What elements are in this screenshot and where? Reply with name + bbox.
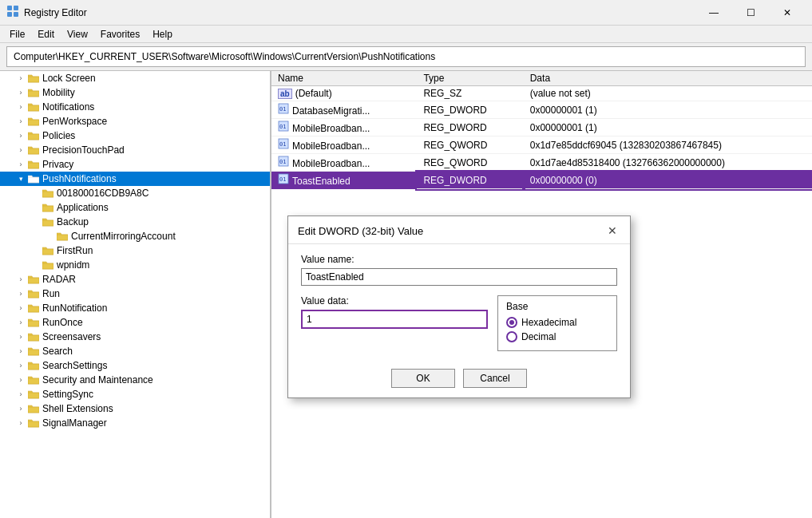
close-button[interactable]: ✕ <box>769 0 806 26</box>
expand-icon: › <box>14 362 27 370</box>
folder-icon <box>27 389 40 400</box>
tree-label: RADAR <box>42 274 76 285</box>
window-controls: — ☐ ✕ <box>695 0 806 26</box>
folder-icon <box>42 188 54 199</box>
tree-item-runnotification[interactable]: › RunNotification <box>0 301 270 315</box>
table-row[interactable]: 01 MobileBroadban... REG_QWORD 0x1d7e85d… <box>271 136 812 154</box>
tree-panel[interactable]: › Lock Screen › Mobility › Notifications… <box>0 71 271 518</box>
expand-icon: › <box>14 132 27 140</box>
value-name-input[interactable] <box>301 268 617 286</box>
folder-icon <box>42 216 54 227</box>
tree-item-signalmanager[interactable]: › SignalManager <box>0 416 270 430</box>
expand-icon: › <box>14 290 27 298</box>
folder-icon <box>27 73 40 84</box>
table-row[interactable]: ab(Default) REG_SZ (value not set) <box>271 86 812 101</box>
menu-favorites[interactable]: Favorites <box>94 26 146 42</box>
svg-rect-8 <box>28 134 39 140</box>
cell-name: 01 DatabaseMigrati... <box>271 101 417 119</box>
value-data-input[interactable] <box>301 310 488 329</box>
registry-table: Name Type Data ab(Default) REG_SZ (value… <box>271 71 812 189</box>
svg-rect-15 <box>57 235 68 240</box>
svg-text:01: 01 <box>279 141 286 148</box>
tree-label: RunOnce <box>42 317 83 328</box>
tree-item-currentmirroringaccount[interactable]: CurrentMirroringAccount <box>0 229 270 243</box>
tree-item-lock-screen[interactable]: › Lock Screen <box>0 71 270 85</box>
cell-name: ab(Default) <box>271 86 417 101</box>
tree-item-pushnotifications[interactable]: ▾ PushNotifications <box>0 172 270 186</box>
expand-icon: › <box>14 74 27 82</box>
expand-icon: › <box>14 318 27 326</box>
svg-rect-23 <box>28 350 39 355</box>
tree-item-searchsettings[interactable]: › SearchSettings <box>0 358 270 373</box>
tree-item-run[interactable]: › Run <box>0 287 270 301</box>
tree-label: Screensavers <box>42 331 101 342</box>
folder-icon <box>27 101 40 113</box>
dialog-close-button[interactable]: ✕ <box>604 223 620 239</box>
svg-rect-10 <box>28 163 39 168</box>
maximize-button[interactable]: ☐ <box>732 0 769 26</box>
tree-item-security-maintenance[interactable]: › Security and Maintenance <box>0 373 270 387</box>
entry-name: (Default) <box>295 88 332 99</box>
tree-label: wpnidm <box>57 259 89 271</box>
address-path: Computer\HKEY_CURRENT_USER\Software\Micr… <box>14 51 435 62</box>
expand-icon: › <box>14 390 27 398</box>
expand-icon: › <box>14 117 27 125</box>
hexadecimal-radio[interactable]: Hexadecimal <box>506 317 608 328</box>
table-row[interactable]: 01 MobileBroadban... REG_DWORD 0x0000000… <box>271 119 812 136</box>
tree-item-screensavers[interactable]: › Screensavers <box>0 330 270 344</box>
base-label: Base <box>506 301 608 312</box>
table-row[interactable]: 01 MobileBroadban... REG_QWORD 0x1d7ae4d… <box>271 154 812 172</box>
tree-item-privacy[interactable]: › Privacy <box>0 157 270 172</box>
tree-item-runonce[interactable]: › RunOnce <box>0 315 270 330</box>
svg-text:01: 01 <box>279 159 286 165</box>
menu-file[interactable]: File <box>3 26 31 42</box>
tree-item-mobility[interactable]: › Mobility <box>0 85 270 100</box>
cell-data: (value not set) <box>524 86 812 101</box>
svg-rect-13 <box>42 206 53 212</box>
tree-item-shell-extensions[interactable]: › Shell Extensions <box>0 401 270 416</box>
svg-rect-27 <box>28 407 39 413</box>
menu-view[interactable]: View <box>61 26 94 42</box>
tree-label: Policies <box>42 130 75 141</box>
tree-item-penworkspace[interactable]: › PenWorkspace <box>0 114 270 129</box>
cell-type: REG_DWORD <box>417 119 523 136</box>
folder-icon <box>27 87 40 98</box>
tree-item-search[interactable]: › Search <box>0 344 270 358</box>
svg-rect-12 <box>42 192 53 197</box>
table-row[interactable]: 01 DatabaseMigrati... REG_DWORD 0x000000… <box>271 101 812 119</box>
table-row[interactable]: 01 ToastEnabled REG_DWORD 0x00000000 (0) <box>271 172 812 189</box>
expand-icon: › <box>14 419 27 427</box>
menu-help[interactable]: Help <box>146 26 179 42</box>
address-bar[interactable]: Computer\HKEY_CURRENT_USER\Software\Micr… <box>6 46 806 67</box>
tree-item-applications[interactable]: Applications <box>0 200 270 215</box>
svg-rect-26 <box>28 393 39 398</box>
tree-label: PrecisionTouchPad <box>42 144 125 156</box>
dialog-body: Value name: Value data: Base Hexadecimal… <box>288 244 630 397</box>
tree-label: SettingSync <box>42 389 93 400</box>
tree-item-wpnidm[interactable]: wpnidm <box>0 258 270 272</box>
minimize-button[interactable]: — <box>695 0 732 26</box>
value-data-label: Value data: <box>301 295 488 306</box>
tree-item-001800016cdb9a8c[interactable]: 001800016CDB9A8C <box>0 186 270 200</box>
cell-data: 0x1d7e85ddcf69045 (132830203867467845) <box>524 136 812 154</box>
tree-label: Notifications <box>42 101 94 113</box>
decimal-radio[interactable]: Decimal <box>506 331 608 342</box>
tree-item-notifications[interactable]: › Notifications <box>0 100 270 114</box>
tree-item-firstrun[interactable]: FirstRun <box>0 243 270 258</box>
folder-icon <box>27 116 40 127</box>
menu-edit[interactable]: Edit <box>31 26 61 42</box>
tree-label: CurrentMirroringAccount <box>71 231 176 242</box>
svg-rect-16 <box>42 249 53 255</box>
tree-item-radar[interactable]: › RADAR <box>0 272 270 287</box>
cell-name: 01 MobileBroadban... <box>271 154 417 172</box>
tree-item-backup[interactable]: Backup <box>0 215 270 229</box>
tree-item-policies[interactable]: › Policies <box>0 129 270 143</box>
tree-item-precisiontouchpad[interactable]: › PrecisionTouchPad <box>0 143 270 157</box>
cancel-button[interactable]: Cancel <box>463 369 527 388</box>
ok-button[interactable]: OK <box>391 369 455 388</box>
address-bar-container: Computer\HKEY_CURRENT_USER\Software\Micr… <box>0 43 812 71</box>
edit-dword-dialog[interactable]: Edit DWORD (32-bit) Value ✕ Value name: … <box>287 216 631 398</box>
tree-item-settingsync[interactable]: › SettingSync <box>0 387 270 401</box>
cell-data: 0x00000001 (1) <box>524 101 812 119</box>
cell-type: REG_DWORD <box>417 172 523 189</box>
